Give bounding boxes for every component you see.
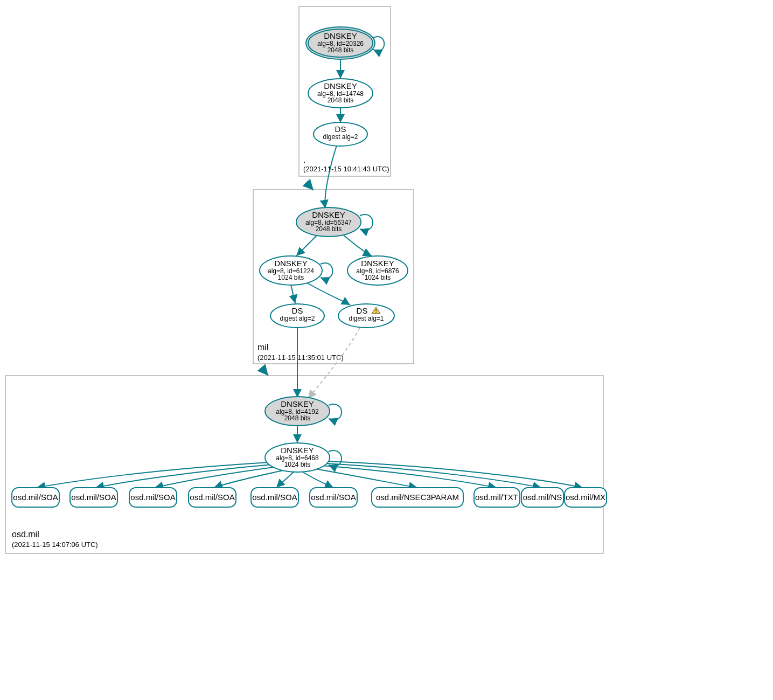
svg-text:DNSKEY: DNSKEY xyxy=(312,210,345,219)
node-root-ksk: DNSKEY alg=8, id=20326 2048 bits xyxy=(306,27,375,59)
svg-text:1024 bits: 1024 bits xyxy=(278,274,304,281)
svg-text:osd.mil/TXT: osd.mil/TXT xyxy=(475,493,518,502)
zone-ts-mil: (2021-11-15 11:35:01 UTC) xyxy=(257,354,344,362)
svg-text:2048 bits: 2048 bits xyxy=(284,414,311,422)
node-osd-ksk: DNSKEY alg=8, id=4192 2048 bits xyxy=(265,397,330,426)
svg-text:DS: DS xyxy=(335,124,346,134)
dnssec-chain-diagram: . (2021-11-15 10:41:43 UTC) mil (2021-11… xyxy=(0,0,773,700)
svg-text:2048 bits: 2048 bits xyxy=(328,96,354,104)
svg-text:osd.mil/NS: osd.mil/NS xyxy=(523,493,562,502)
svg-text:osd.mil/SOA: osd.mil/SOA xyxy=(13,493,58,502)
zone-label-osd: osd.mil xyxy=(12,530,39,539)
svg-text:DNSKEY: DNSKEY xyxy=(324,81,357,91)
node-mil-zsk-a: DNSKEY alg=8, id=61224 1024 bits xyxy=(260,256,322,285)
svg-text:DNSKEY: DNSKEY xyxy=(361,259,394,268)
svg-text:digest alg=1: digest alg=1 xyxy=(349,315,384,322)
svg-text:DNSKEY: DNSKEY xyxy=(281,446,314,455)
rrset-r4: osd.mil/SOA xyxy=(251,488,298,507)
rrset-r1: osd.mil/SOA xyxy=(70,488,117,507)
edge-zsk-to-r5 xyxy=(303,472,333,488)
rrset-r6: osd.mil/NSEC3PARAM xyxy=(372,488,463,507)
edge-mil-zsk-a-to-ds2 xyxy=(291,285,295,303)
edge-mil-zsk-a-to-ds1 xyxy=(307,283,350,305)
svg-text:osd.mil/MX: osd.mil/MX xyxy=(566,493,605,502)
svg-text:1024 bits: 1024 bits xyxy=(284,461,311,468)
svg-text:digest alg=2: digest alg=2 xyxy=(323,133,358,141)
rrset-r3: osd.mil/SOA xyxy=(189,488,236,507)
svg-text:digest alg=2: digest alg=2 xyxy=(280,315,315,322)
edge-zsk-to-r4 xyxy=(276,472,294,488)
svg-text:DNSKEY: DNSKEY xyxy=(274,259,308,268)
node-root-ds: DS digest alg=2 xyxy=(314,122,367,146)
edge-root-ds-to-mil-ksk xyxy=(325,145,337,209)
svg-text:!: ! xyxy=(375,308,377,314)
svg-text:osd.mil/SOA: osd.mil/SOA xyxy=(71,493,116,502)
svg-text:1024 bits: 1024 bits xyxy=(365,274,391,281)
edge-zsk-to-r1 xyxy=(95,465,272,488)
svg-text:2048 bits: 2048 bits xyxy=(328,46,354,54)
svg-text:2048 bits: 2048 bits xyxy=(316,225,342,233)
rrset-r0: osd.mil/SOA xyxy=(12,488,59,507)
node-mil-ksk: DNSKEY alg=8, id=56347 2048 bits xyxy=(296,207,361,237)
edge-zsk-to-r3 xyxy=(214,470,285,488)
edge-mil-ksk-to-zsk-a xyxy=(296,234,318,256)
node-mil-ds-2: DS digest alg=2 xyxy=(270,304,324,328)
edge-zsk-to-r6 xyxy=(315,469,417,488)
rrset-r9: osd.mil/MX xyxy=(565,488,607,507)
edge-self-osd-ksk xyxy=(329,404,342,420)
edge-zone-root-to-mil xyxy=(307,183,314,190)
edge-zone-mil-to-osd xyxy=(262,368,268,376)
svg-text:DNSKEY: DNSKEY xyxy=(324,31,357,40)
svg-text:osd.mil/SOA: osd.mil/SOA xyxy=(130,493,175,502)
node-mil-ds-1: DS digest alg=1 ! xyxy=(338,304,394,328)
node-osd-zsk: DNSKEY alg=8, id=6468 1024 bits xyxy=(265,443,330,472)
svg-text:osd.mil/SOA: osd.mil/SOA xyxy=(252,493,297,502)
zone-label-mil: mil xyxy=(257,343,268,352)
svg-text:osd.mil/SOA: osd.mil/SOA xyxy=(190,493,234,502)
zone-ts-osd: (2021-11-15 14:07:06 UTC) xyxy=(12,540,98,549)
edge-mil-ds1-to-osd-ksk xyxy=(308,328,360,399)
svg-text:DNSKEY: DNSKEY xyxy=(281,399,314,408)
svg-text:DS: DS xyxy=(292,306,303,315)
edge-zsk-to-r0 xyxy=(37,462,269,488)
rrset-r8: osd.mil/NS xyxy=(521,488,563,507)
zone-label-root: . xyxy=(303,155,305,164)
svg-text:osd.mil/SOA: osd.mil/SOA xyxy=(311,493,356,502)
node-mil-zsk-b: DNSKEY alg=8, id=6876 1024 bits xyxy=(347,256,408,285)
svg-text:osd.mil/NSEC3PARAM: osd.mil/NSEC3PARAM xyxy=(376,493,459,502)
svg-text:DS: DS xyxy=(357,306,368,315)
edge-mil-ksk-to-zsk-b xyxy=(343,234,372,256)
node-root-zsk: DNSKEY alg=8, id=14748 2048 bits xyxy=(308,79,373,108)
edge-self-mil-ksk xyxy=(360,214,373,230)
zone-ts-root: (2021-11-15 10:41:43 UTC) xyxy=(303,165,389,173)
rrset-r2: osd.mil/SOA xyxy=(129,488,177,507)
rrset-r5: osd.mil/SOA xyxy=(310,488,357,507)
rrset-r7: osd.mil/TXT xyxy=(474,488,520,507)
